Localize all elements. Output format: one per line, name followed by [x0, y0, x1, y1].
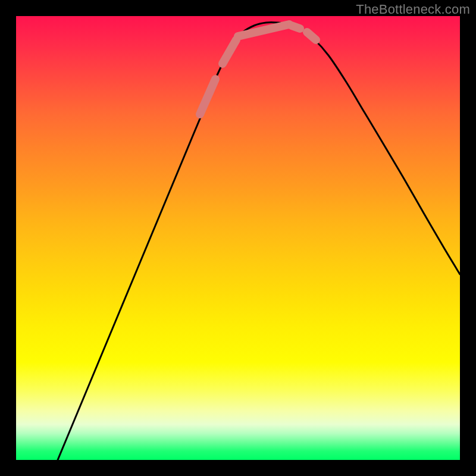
- highlight-segment: [223, 40, 236, 64]
- highlight-segment: [292, 26, 300, 29]
- highlight-segment: [200, 79, 215, 114]
- highlight-group: [200, 24, 316, 114]
- bottleneck-curve: [58, 22, 460, 460]
- highlight-segment: [238, 24, 289, 36]
- highlight-segment: [307, 32, 316, 40]
- chart-frame: [16, 16, 460, 460]
- chart-svg: [16, 16, 460, 460]
- watermark-text: TheBottleneck.com: [356, 2, 470, 17]
